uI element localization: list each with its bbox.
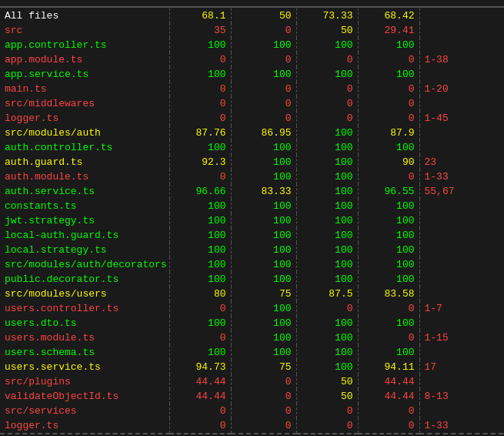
table-row: users.controller.ts 0 100 0 0 1-7 [0,301,504,316]
uncovered-cell [419,287,504,301]
table-row: src/modules/auth/decorators 100 100 100 … [0,257,504,272]
table-row: constants.ts 100 100 100 100 [0,199,504,213]
lines-cell: 100 [358,67,419,82]
lines-cell: 96.55 [358,184,419,199]
table-row: users.schema.ts 100 100 100 100 [0,345,504,360]
branch-cell: 100 [231,199,296,213]
lines-cell: 68.42 [358,8,419,23]
funcs-cell: 73.33 [296,8,358,23]
lines-cell: 100 [358,199,419,213]
branch-header [231,0,296,7]
funcs-cell: 100 [296,228,358,243]
file-cell: app.module.ts [0,52,169,67]
branch-cell: 100 [231,155,296,169]
table-row: auth.controller.ts 100 100 100 100 [0,140,504,155]
file-cell: src/plugins [0,374,169,389]
stmts-cell: 68.1 [169,8,231,23]
funcs-cell: 100 [296,316,358,330]
stmts-cell: 80 [169,287,231,301]
branch-cell: 0 [231,82,296,96]
stmts-header [169,0,231,7]
stmts-cell: 92.3 [169,155,231,169]
file-cell: local-auth.guard.ts [0,228,169,243]
file-cell: All files [0,8,169,23]
table-row: src/modules/auth 87.76 86.95 100 87.9 [0,126,504,140]
stmts-cell: 0 [169,111,231,126]
funcs-cell: 87.5 [296,287,358,301]
uncovered-cell [419,374,504,389]
file-cell: src [0,23,169,38]
funcs-cell: 50 [296,389,358,404]
file-cell: app.service.ts [0,67,169,82]
lines-cell: 44.44 [358,389,419,404]
stmts-cell: 100 [169,272,231,287]
uncovered-cell [419,199,504,213]
funcs-cell: 0 [296,82,358,96]
branch-cell: 100 [231,213,296,228]
branch-cell: 0 [231,23,296,38]
funcs-cell: 100 [296,38,358,52]
lines-cell: 0 [358,96,419,111]
lines-cell: 100 [358,272,419,287]
file-cell: src/modules/users [0,287,169,301]
file-cell: src/services [0,404,169,418]
uncovered-cell [419,213,504,228]
uncovered-cell [419,257,504,272]
branch-cell: 100 [231,169,296,184]
table-row: logger.ts 0 0 0 0 1-45 [0,111,504,126]
file-cell: auth.guard.ts [0,155,169,169]
uncovered-cell [419,67,504,82]
branch-cell: 83.33 [231,184,296,199]
stmts-cell: 100 [169,228,231,243]
funcs-cell: 100 [296,169,358,184]
lines-cell: 0 [358,52,419,67]
stmts-cell: 0 [169,52,231,67]
branch-cell: 100 [231,330,296,345]
coverage-table-container: All files 68.1 50 73.33 68.42 src 35 0 5… [0,0,504,435]
branch-cell: 100 [231,272,296,287]
branch-cell: 0 [231,418,296,434]
lines-cell: 100 [358,243,419,257]
branch-cell: 86.95 [231,126,296,140]
uncovered-cell [419,272,504,287]
lines-cell: 100 [358,257,419,272]
file-cell: users.controller.ts [0,301,169,316]
lines-cell: 0 [358,82,419,96]
stmts-cell: 44.44 [169,374,231,389]
file-cell: jwt.strategy.ts [0,213,169,228]
file-cell: src/modules/auth/decorators [0,257,169,272]
stmts-cell: 100 [169,213,231,228]
funcs-cell: 50 [296,374,358,389]
funcs-cell: 100 [296,155,358,169]
lines-cell: 94.11 [358,360,419,374]
lines-cell: 0 [358,301,419,316]
table-row: app.service.ts 100 100 100 100 [0,67,504,82]
file-cell: src/middlewares [0,96,169,111]
lines-cell: 100 [358,213,419,228]
lines-cell: 100 [358,316,419,330]
file-cell: constants.ts [0,199,169,213]
uncovered-cell: 55,67 [419,184,504,199]
uncovered-cell: 17 [419,360,504,374]
funcs-cell: 100 [296,199,358,213]
uncovered-cell: 23 [419,155,504,169]
funcs-cell: 0 [296,404,358,418]
uncovered-cell [419,316,504,330]
stmts-cell: 0 [169,330,231,345]
branch-cell: 100 [231,316,296,330]
file-cell: validateObjectId.ts [0,389,169,404]
stmts-cell: 0 [169,82,231,96]
lines-cell: 29.41 [358,23,419,38]
lines-cell: 0 [358,418,419,434]
funcs-cell: 100 [296,272,358,287]
branch-cell: 100 [231,140,296,155]
branch-cell: 75 [231,287,296,301]
stmts-cell: 100 [169,38,231,52]
branch-cell: 0 [231,389,296,404]
table-row: app.controller.ts 100 100 100 100 [0,38,504,52]
table-row: app.module.ts 0 0 0 0 1-38 [0,52,504,67]
branch-cell: 0 [231,52,296,67]
uncovered-cell: 1-7 [419,301,504,316]
stmts-cell: 100 [169,199,231,213]
lines-cell: 90 [358,155,419,169]
